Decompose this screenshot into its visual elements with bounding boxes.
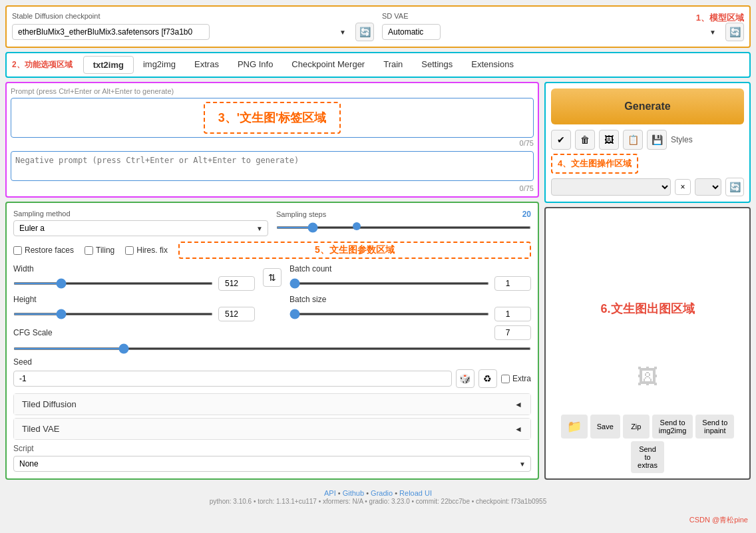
save-style-button[interactable]: 💾 <box>647 130 667 150</box>
script-select[interactable]: None <box>13 456 531 472</box>
seed-label: Seed <box>13 357 531 367</box>
send-to-inpaint-button[interactable]: Send to inpaint <box>695 415 734 439</box>
sampling-steps-slider[interactable] <box>276 226 531 229</box>
cfg-scale-input[interactable] <box>494 325 531 340</box>
seed-input[interactable] <box>13 371 452 387</box>
tab-txt2img[interactable]: txt2img <box>83 56 134 74</box>
tab-train[interactable]: Train <box>374 56 412 74</box>
positive-prompt-counter: 0/75 <box>11 139 534 147</box>
output-annotation: 6.文生图出图区域 <box>600 301 694 317</box>
batch-count-input[interactable] <box>494 276 531 291</box>
batch-size-slider[interactable] <box>289 313 489 315</box>
sd-vae-label: SD VAE <box>382 12 744 20</box>
negative-prompt-input[interactable] <box>11 151 534 181</box>
width-label: Width <box>13 264 255 273</box>
tiled-vae-label: Tiled VAE <box>22 424 59 434</box>
tiled-diffusion-label: Tiled Diffusion <box>22 399 77 409</box>
prompt-area: Prompt (press Ctrl+Enter or Alt+Enter to… <box>5 82 539 198</box>
sd-vae-group: SD VAE Automatic 🔄 <box>382 12 744 41</box>
stable-diffusion-model-group: Stable Diffusion checkpoint etherBluMix3… <box>12 12 374 41</box>
tiled-diffusion-accordion: Tiled Diffusion ◄ <box>13 393 531 415</box>
tiled-vae-accordion: Tiled VAE ◄ <box>13 418 531 440</box>
sd-model-refresh-button[interactable]: 🔄 <box>355 23 374 41</box>
positive-prompt-label: Prompt (press Ctrl+Enter or Alt+Enter to… <box>11 87 534 95</box>
output-buttons: 📁 Save Zip Send to img2img Send to inpai… <box>546 409 749 478</box>
generate-area: Generate ✔ 🗑 🖼 📋 💾 Styles 4、文生图操作区域 × <box>544 82 751 203</box>
tiled-vae-header[interactable]: Tiled VAE ◄ <box>14 419 530 439</box>
output-image-placeholder: 🖼 <box>637 365 658 389</box>
tabs-nav: txt2img img2img Extras PNG Info Checkpoi… <box>78 53 528 77</box>
footer-api[interactable]: API <box>324 489 336 497</box>
annotation-4: 4、文生图操作区域 <box>551 154 638 174</box>
tiled-diffusion-arrow: ◄ <box>514 400 522 409</box>
sd-model-select[interactable]: etherBluMix3_etherBluMix3.safetensors [f… <box>12 24 210 40</box>
footer-python-info: python: 3.10.6 • torch: 1.13.1+cu117 • x… <box>210 498 546 505</box>
tiled-vae-arrow: ◄ <box>514 425 522 434</box>
tiled-diffusion-header[interactable]: Tiled Diffusion ◄ <box>14 394 530 415</box>
batch-count-label: Batch count <box>289 264 531 273</box>
batch-size-label: Batch size <box>289 295 531 304</box>
styles-select[interactable] <box>551 178 671 196</box>
annotation-5: 5、文生图参数区域 <box>178 242 531 259</box>
batch-count-slider[interactable] <box>289 282 489 285</box>
seed-recycle-button[interactable]: ♻ <box>478 369 497 388</box>
footer-reload[interactable]: Reload UI <box>399 489 432 497</box>
width-slider[interactable] <box>13 282 213 285</box>
trash-button[interactable]: 🗑 <box>575 130 595 150</box>
tiling-checkbox[interactable]: Tiling <box>85 246 114 255</box>
sd-model-label: Stable Diffusion checkpoint <box>12 12 374 20</box>
annotation-2: 2、功能选项区域 <box>7 57 78 73</box>
styles-clear-button[interactable]: × <box>675 179 691 195</box>
watermark: CSDN @青松pine <box>689 515 748 525</box>
swap-dimensions-button[interactable]: ⇅ <box>263 268 282 287</box>
sampling-method-select[interactable]: Euler a <box>13 220 268 236</box>
output-image-area: 6.文生图出图区域 🖼 <box>546 208 749 409</box>
generate-tools: ✔ 🗑 🖼 📋 💾 Styles 4、文生图操作区域 <box>551 130 744 174</box>
height-label: Height <box>13 295 255 304</box>
send-to-extras-button[interactable]: Send to extras <box>631 441 664 473</box>
send-to-img2img-button[interactable]: Send to img2img <box>652 415 693 439</box>
footer-github[interactable]: Github <box>343 489 364 497</box>
styles-refresh-button[interactable]: 🔄 <box>725 178 744 196</box>
tab-extras[interactable]: Extras <box>185 56 228 74</box>
sd-vae-select[interactable]: Automatic <box>382 24 441 40</box>
tabs-area: 2、功能选项区域 txt2img img2img Extras PNG Info… <box>5 52 751 78</box>
tab-checkpoint-merger[interactable]: Checkpoint Merger <box>282 56 374 74</box>
open-folder-button[interactable]: 📁 <box>561 415 588 439</box>
styles-label: Styles <box>671 135 693 144</box>
restore-faces-checkbox[interactable]: Restore faces <box>13 246 74 255</box>
batch-size-input[interactable] <box>494 307 531 321</box>
check-button[interactable]: ✔ <box>551 130 571 150</box>
negative-prompt-counter: 0/75 <box>11 184 534 192</box>
footer: API • Github • Gradio • Reload UI python… <box>5 484 751 510</box>
cfg-scale-slider[interactable] <box>13 347 531 350</box>
hires-fix-checkbox[interactable]: Hires. fix <box>125 246 168 255</box>
height-input[interactable] <box>218 307 255 321</box>
sampling-steps-value: 20 <box>522 210 531 219</box>
tab-img2img[interactable]: img2img <box>134 56 185 74</box>
image-tool-button[interactable]: 🖼 <box>599 130 619 150</box>
save-button[interactable]: Save <box>590 415 620 439</box>
tab-png-info[interactable]: PNG Info <box>228 56 282 74</box>
copy-button[interactable]: 📋 <box>623 130 643 150</box>
sampling-method-label: Sampling method <box>13 210 268 218</box>
generate-button[interactable]: Generate <box>551 89 744 124</box>
styles-select-2[interactable] <box>695 178 721 196</box>
script-label: Script <box>13 444 531 453</box>
footer-gradio[interactable]: Gradio <box>371 489 393 497</box>
tab-settings[interactable]: Settings <box>412 56 462 74</box>
zip-button[interactable]: Zip <box>623 415 650 439</box>
annotation-1: 1、模型区域 <box>696 12 744 24</box>
sampling-steps-label: Sampling steps <box>276 210 326 218</box>
seed-dice-button[interactable]: 🎲 <box>456 369 474 388</box>
params-area: Sampling method Euler a Sampling steps 2… <box>5 202 539 480</box>
tab-extensions[interactable]: Extensions <box>462 56 523 74</box>
width-input[interactable] <box>218 276 255 291</box>
output-area: 6.文生图出图区域 🖼 📁 Save Zip Send to img2img S… <box>544 207 751 480</box>
sd-vae-refresh-button[interactable]: 🔄 <box>725 23 744 41</box>
extra-checkbox[interactable]: Extra <box>501 374 531 383</box>
footer-separator-1: • <box>338 489 343 497</box>
output-annotation-text: 6.文生图出图区域 <box>600 302 694 315</box>
cfg-scale-label: CFG Scale <box>13 328 53 337</box>
height-slider[interactable] <box>13 313 213 315</box>
